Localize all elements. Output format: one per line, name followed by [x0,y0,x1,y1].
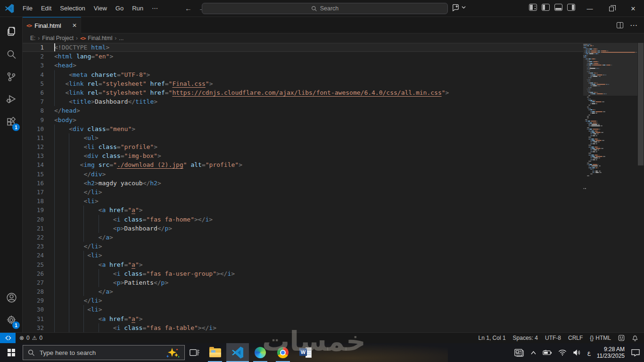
code-line[interactable]: 14<img src="./download (2).jpg" alt="pro… [23,160,583,169]
code-line[interactable]: 22</a> [23,233,583,242]
copilot-button[interactable] [452,3,466,11]
taskbar-word[interactable]: W [294,343,317,362]
indent-guide [83,314,84,323]
customize-layout-icon[interactable] [529,4,537,11]
taskbar-file-explorer[interactable] [204,343,226,362]
breadcrumb-file[interactable]: Final.html [88,35,112,41]
menu-view[interactable]: View [90,3,111,14]
minimize-button[interactable]: — [579,0,601,17]
breadcrumb-folder[interactable]: Final Project [42,35,74,41]
widgets-news-icon[interactable] [514,348,524,357]
indent-guide [69,251,69,260]
input-language-indicator[interactable]: ع [587,349,591,356]
code-line[interactable]: 13<div class="img-box"> [23,151,583,160]
code-line[interactable]: 16<h2>magdy yacoub</h2> [23,179,583,188]
restore-button[interactable] [601,0,622,17]
code-line[interactable]: 19<a href="a"> [23,206,583,214]
tab-final-html[interactable]: <> Final.html ✕ [23,17,81,33]
indentation-status[interactable]: Spaces: 4 [513,335,538,341]
editor-more-actions-icon[interactable]: ⋯ [630,21,637,30]
code-line[interactable]: 10<div class="menu"> [23,124,583,133]
editor-scrollbar[interactable] [637,43,644,332]
action-center-icon[interactable] [631,348,640,357]
code-line[interactable]: 28</a> [23,287,583,296]
breadcrumb-drive[interactable]: E: [30,35,35,41]
start-button[interactable] [0,343,23,362]
code-line[interactable]: 7<title>Dashboard</title> [23,97,583,106]
taskbar-chrome[interactable] [272,343,294,362]
code-line[interactable]: 5<link rel="stylesheet" href="Final.css"… [23,79,583,88]
tab-close-icon[interactable]: ✕ [72,22,77,29]
indent-guide [54,224,55,233]
code-line[interactable]: 21<p>Dashboard</p> [23,224,583,233]
search-view-icon[interactable] [0,43,23,65]
menu-more[interactable]: ⋯ [148,3,162,14]
taskbar-search-box[interactable]: Type here to search [23,345,185,360]
code-line[interactable]: 1<!DOCTYPE html> [23,43,583,52]
code-text: <h2>magdy yacoub</h2> [83,179,161,188]
menu-run[interactable]: Run [128,3,148,14]
code-line[interactable]: 31<a href="a"> [23,314,583,323]
wifi-icon[interactable] [558,349,567,356]
code-line[interactable]: 12<li class="profile"> [23,142,583,151]
code-line[interactable]: 4<meta charset="UTF-8"> [23,70,583,79]
code-line[interactable]: 11<ul> [23,133,583,142]
code-line[interactable]: 24<li> [23,251,583,260]
language-mode[interactable]: {}HTML [590,335,611,341]
command-center-search[interactable]: Search [202,3,448,14]
code-line[interactable]: 26<i class="fas fa-user-group"></i> [23,269,583,278]
source-control-icon[interactable] [0,66,23,88]
code-line[interactable]: 3<head> [23,61,583,70]
code-line[interactable]: 23</li> [23,242,583,251]
task-view-button[interactable] [185,343,204,362]
cursor-position[interactable]: Ln 1, Col 1 [479,335,506,341]
code-line[interactable]: 18<li> [23,197,583,206]
feedback-smiley-icon[interactable] [618,335,625,341]
taskbar-vscode[interactable] [226,343,249,362]
eol-status[interactable]: CRLF [568,335,583,341]
toggle-panel-icon[interactable] [554,4,562,11]
breadcrumb-more[interactable]: ... [119,35,124,41]
nav-back-icon[interactable]: ← [185,4,192,12]
menu-selection[interactable]: Selection [56,3,89,14]
remote-indicator[interactable] [0,333,16,344]
battery-icon[interactable] [543,350,552,355]
problems-status[interactable]: ⊗ 0 ⚠ 0 [19,335,42,341]
toggle-primary-sidebar-icon[interactable] [542,4,550,11]
volume-icon[interactable] [573,349,581,356]
settings-gear-icon[interactable]: 1 [0,309,23,331]
close-button[interactable]: ✕ [622,0,644,17]
run-debug-icon[interactable] [0,89,23,110]
menu-file[interactable]: File [18,3,37,14]
encoding-status[interactable]: UTF-8 [545,335,561,341]
menu-go[interactable]: Go [111,3,128,14]
code-line[interactable]: 8</head> [23,106,583,115]
code-text: <a href="a"> [99,206,143,214]
hidden-icons-chevron-icon[interactable] [530,351,537,355]
code-line[interactable]: 17</li> [23,188,583,197]
code-line[interactable]: 32<i class="fas fa-table"></i> [23,323,583,332]
code-line[interactable]: 30<li> [23,305,583,314]
code-line[interactable]: 6<link rel="stylesheet" href="https://cd… [23,88,583,97]
code-line[interactable]: 15</div> [23,170,583,179]
split-editor-icon[interactable] [617,22,623,28]
explorer-icon[interactable] [0,21,23,42]
taskbar-clock[interactable]: 9:28 AM 11/23/2025 [597,346,625,359]
accounts-icon[interactable] [0,287,23,308]
taskbar-edge[interactable] [249,343,272,362]
scrollbar-thumb[interactable] [638,43,644,165]
code-line[interactable]: 2<html lang="en"> [23,52,583,61]
notifications-bell-icon[interactable] [632,335,638,341]
menu-edit[interactable]: Edit [37,3,56,14]
code-line[interactable]: 25<a href="a"> [23,260,583,269]
code-line[interactable]: 27<p>Patients</p> [23,278,583,287]
line-number: 10 [23,124,44,133]
minimap[interactable] [583,43,637,332]
code-line[interactable]: 9<body> [23,115,583,124]
code-line[interactable]: 20<i class="fas fa-home"></i> [23,215,583,224]
toggle-secondary-sidebar-icon[interactable] [567,4,575,11]
extensions-icon[interactable]: 1 [0,111,23,133]
indent-guide [83,233,84,242]
code-editor[interactable]: 1<!DOCTYPE html>2<html lang="en">3<head>… [23,43,644,332]
code-line[interactable]: 29</li> [23,296,583,305]
